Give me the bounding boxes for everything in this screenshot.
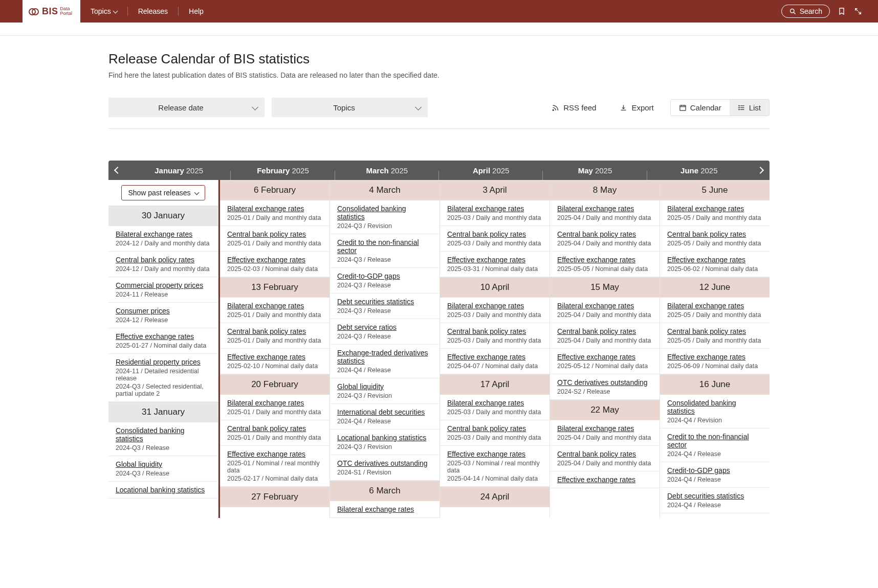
release-link[interactable]: Bilateral exchange rates	[116, 230, 192, 238]
release-link[interactable]: Bilateral exchange rates	[447, 302, 524, 310]
release-link[interactable]: Bilateral exchange rates	[227, 205, 304, 213]
release-link[interactable]: Central bank policy rates	[447, 327, 526, 335]
release-item: Consumer prices2024-12 / Release	[108, 303, 218, 328]
release-link[interactable]: Bilateral exchange rates	[227, 302, 304, 310]
release-link[interactable]: Effective exchange rates	[667, 256, 745, 264]
release-link[interactable]: Central bank policy rates	[116, 256, 194, 264]
release-meta: 2025-01 / Daily and monthly data	[227, 409, 323, 416]
release-link[interactable]: Effective exchange rates	[447, 450, 525, 458]
bis-logo-icon	[29, 8, 39, 14]
release-item: Effective exchange rates2025-04-07 / Nom…	[440, 349, 550, 374]
release-date-select[interactable]: Release date	[108, 98, 265, 117]
release-link[interactable]: Effective exchange rates	[227, 353, 305, 361]
release-link[interactable]: Credit-to-GDP gaps	[337, 272, 400, 280]
release-item: Bilateral exchange rates2025-04 / Daily …	[550, 200, 660, 226]
release-link[interactable]: Global liquidity	[337, 382, 384, 391]
release-link[interactable]: Bilateral exchange rates	[447, 399, 524, 407]
release-link[interactable]: Bilateral exchange rates	[557, 205, 634, 213]
expand-icon[interactable]	[853, 7, 863, 16]
release-link[interactable]: Consolidated banking statistics	[337, 205, 433, 221]
release-link[interactable]: Central bank policy rates	[557, 327, 636, 335]
release-link[interactable]: International debt securities	[337, 408, 425, 416]
view-list-button[interactable]: List	[730, 100, 769, 116]
next-month-button[interactable]	[751, 166, 770, 174]
release-link[interactable]: Locational banking statistics	[116, 486, 205, 494]
nav-help[interactable]: Help	[179, 7, 214, 15]
calendar-column: 5 JuneBilateral exchange rates2025-05 / …	[660, 180, 770, 518]
release-item: Bilateral exchange rates2025-01 / Daily …	[220, 395, 330, 420]
release-link[interactable]: Bilateral exchange rates	[557, 424, 634, 433]
nav-right: Search	[781, 0, 878, 22]
release-link[interactable]: Effective exchange rates	[227, 256, 305, 264]
release-meta: 2025-03 / Daily and monthly data	[447, 337, 543, 344]
release-link[interactable]: Consolidated banking statistics	[116, 426, 212, 443]
release-link[interactable]: Central bank policy rates	[227, 327, 306, 335]
export-button[interactable]: Export	[617, 103, 656, 112]
release-meta: 2024-11 / Detailed residential release	[116, 368, 212, 382]
date-header: 6 March	[330, 481, 440, 501]
release-meta: 2024-Q3 / Release	[337, 307, 433, 314]
release-link[interactable]: Effective exchange rates	[557, 353, 635, 361]
chevron-down-icon	[195, 189, 199, 197]
prev-month-button[interactable]	[108, 166, 127, 174]
rss-button[interactable]: RSS feed	[548, 103, 599, 112]
release-link[interactable]: Consolidated banking statistics	[667, 399, 763, 415]
release-link[interactable]: Credit-to-GDP gaps	[667, 466, 730, 474]
release-meta: 2025-04 / Daily and monthly data	[557, 214, 653, 221]
month-header: January2025	[127, 166, 231, 175]
release-link[interactable]: Bilateral exchange rates	[557, 302, 634, 310]
download-icon	[620, 104, 627, 111]
release-item: Bilateral exchange rates2025-01 / Daily …	[220, 200, 330, 226]
release-link[interactable]: Central bank policy rates	[667, 327, 746, 335]
release-meta: 2025-03-31 / Nominal daily data	[447, 265, 543, 273]
release-link[interactable]: Exchange-traded derivatives statistics	[337, 349, 433, 365]
nav-topics[interactable]: Topics	[80, 7, 127, 15]
release-link[interactable]: Central bank policy rates	[447, 424, 526, 433]
release-meta: 2025-06-02 / Nominal daily data	[667, 265, 763, 273]
release-meta: 2025-06-09 / Nominal daily data	[667, 363, 763, 370]
release-link[interactable]: Central bank policy rates	[227, 230, 306, 238]
view-calendar-button[interactable]: Calendar	[671, 100, 730, 116]
release-link[interactable]: Effective exchange rates	[557, 256, 635, 264]
release-link[interactable]: Effective exchange rates	[116, 332, 194, 341]
release-link[interactable]: Effective exchange rates	[447, 256, 525, 264]
release-link[interactable]: Debt securities statistics	[667, 492, 744, 500]
release-link[interactable]: Effective exchange rates	[557, 476, 635, 484]
bookmark-icon[interactable]	[837, 7, 846, 16]
release-link[interactable]: Central bank policy rates	[557, 450, 636, 458]
release-meta: 2025-04 / Daily and monthly data	[557, 311, 653, 319]
release-link[interactable]: Bilateral exchange rates	[227, 399, 304, 407]
release-link[interactable]: Central bank policy rates	[227, 424, 306, 433]
release-link[interactable]: Residential property prices	[116, 358, 201, 366]
release-item: Central bank policy rates2025-03 / Daily…	[440, 323, 550, 349]
release-link[interactable]: Central bank policy rates	[557, 230, 636, 238]
release-link[interactable]: Central bank policy rates	[667, 230, 746, 238]
release-link[interactable]: Effective exchange rates	[447, 353, 525, 361]
date-header: 31 January	[108, 402, 218, 422]
release-link[interactable]: Central bank policy rates	[447, 230, 526, 238]
release-link[interactable]: Global liquidity	[116, 460, 162, 468]
release-link[interactable]: Debt securities statistics	[337, 298, 414, 306]
topics-select[interactable]: Topics	[272, 98, 428, 117]
release-link[interactable]: Bilateral exchange rates	[667, 205, 744, 213]
release-link[interactable]: OTC derivatives outstanding	[337, 459, 428, 467]
release-link[interactable]: Locational banking statistics	[337, 434, 426, 442]
brand[interactable]: BIS DataPortal	[23, 0, 80, 22]
release-item: Bilateral exchange rates2025-05 / Daily …	[660, 200, 770, 226]
release-item: OTC derivatives outstanding2024-S1 / Rev…	[330, 455, 440, 481]
show-past-releases-button[interactable]: Show past releases	[121, 185, 205, 200]
release-link[interactable]: Credit to the non-financial sector	[667, 433, 763, 449]
release-link[interactable]: Bilateral exchange rates	[667, 302, 744, 310]
release-item: Central bank policy rates2025-01 / Daily…	[220, 226, 330, 252]
release-link[interactable]: Debt service ratios	[337, 323, 397, 331]
release-link[interactable]: Effective exchange rates	[227, 450, 305, 458]
search-button[interactable]: Search	[781, 5, 830, 18]
release-link[interactable]: OTC derivatives outstanding	[557, 378, 648, 387]
release-link[interactable]: Bilateral exchange rates	[337, 505, 414, 513]
release-link[interactable]: Effective exchange rates	[667, 353, 745, 361]
release-link[interactable]: Credit to the non-financial sector	[337, 238, 433, 255]
release-link[interactable]: Bilateral exchange rates	[447, 205, 524, 213]
nav-releases[interactable]: Releases	[128, 7, 178, 15]
release-link[interactable]: Commercial property prices	[116, 281, 203, 289]
release-link[interactable]: Consumer prices	[116, 307, 170, 315]
